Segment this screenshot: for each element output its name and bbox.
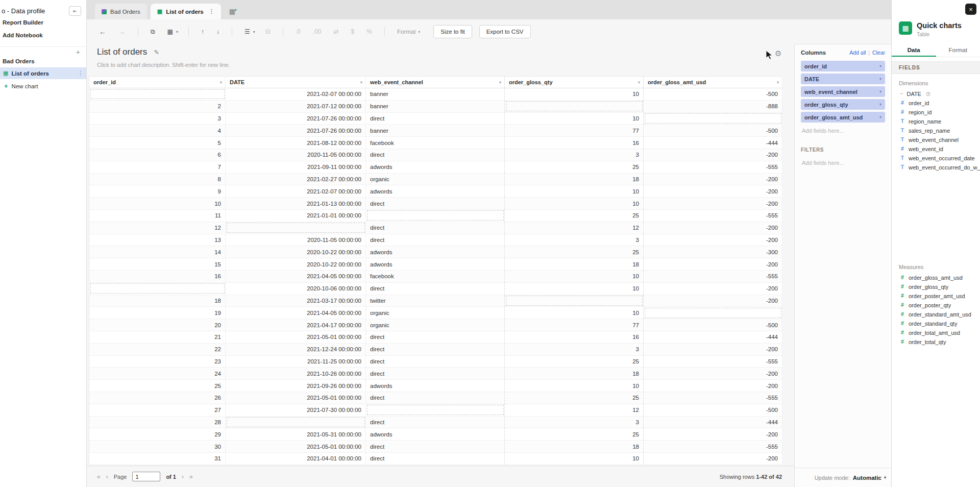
columns-drop-target[interactable]: Add fields here...	[801, 128, 885, 134]
table-cell[interactable]	[644, 112, 782, 125]
table-cell[interactable]: banner	[366, 88, 505, 101]
table-cell[interactable]: 10	[505, 307, 644, 319]
table-cell[interactable]: -555	[644, 161, 782, 173]
table-cell[interactable]: 2021-03-17 00:00:00	[226, 295, 366, 307]
table-cell[interactable]: 18	[505, 173, 644, 185]
chevron-down-icon[interactable]: ▾	[879, 115, 881, 119]
table-cell[interactable]: 3	[505, 343, 644, 355]
column-header[interactable]: DATE▾	[226, 77, 366, 88]
table-cell[interactable]: 2021-01-13 00:00:00	[226, 198, 366, 210]
column-pill[interactable]: DATE▾	[801, 74, 885, 84]
sidebar-item-new-chart[interactable]: + New chart	[0, 79, 86, 93]
table-cell[interactable]: 10	[505, 282, 644, 295]
tab-format[interactable]: Format	[936, 44, 980, 57]
update-mode-dropdown[interactable]: Automatic ▾	[853, 475, 886, 481]
chevron-down-icon[interactable]: ▾	[253, 30, 255, 34]
table-cell[interactable]: 7	[89, 161, 226, 173]
table-cell[interactable]: -200	[644, 428, 782, 441]
table-cell[interactable]: 2021-04-05 00:00:00	[226, 270, 366, 282]
table-cell[interactable]: 10	[505, 88, 644, 101]
kebab-menu-icon[interactable]: ⋮	[209, 8, 214, 15]
dimension-item[interactable]: #region_id	[892, 108, 980, 117]
gear-icon[interactable]: ⚙	[775, 50, 781, 57]
table-cell[interactable]: direct	[366, 368, 505, 380]
table-cell[interactable]	[89, 282, 226, 295]
table-cell[interactable]: -444	[644, 331, 782, 343]
table-cell[interactable]: 2021-04-17 00:00:00	[226, 319, 366, 331]
sort-caret-icon[interactable]: ▾	[638, 80, 640, 85]
table-cell[interactable]: adwords	[366, 428, 505, 441]
sidebar-item-list-of-orders[interactable]: ▦ List of orders ⋮	[0, 67, 86, 79]
table-cell[interactable]: 18	[89, 295, 226, 307]
filters-drop-target[interactable]: Add fields here...	[801, 160, 885, 166]
table-cell[interactable]: direct	[366, 452, 505, 465]
table-cell[interactable]: 30	[89, 441, 226, 453]
column-header[interactable]: order_gloss_amt_usd▾	[644, 77, 782, 88]
table-cell[interactable]: 2020-11-05 00:00:00	[226, 234, 366, 246]
table-cell[interactable]: 2020-10-22 00:00:00	[226, 246, 366, 258]
add-chart-icon[interactable]: +	[76, 48, 80, 56]
table-cell[interactable]: -888	[644, 100, 782, 112]
tab-data[interactable]: Data	[892, 44, 936, 57]
table-cell[interactable]: 5	[89, 137, 226, 149]
table-cell[interactable]: twitter	[366, 295, 505, 307]
dimension-item[interactable]: Tweb_event_channel	[892, 135, 980, 144]
dimension-item[interactable]: Tsales_rep_name	[892, 126, 980, 135]
table-cell[interactable]	[644, 307, 782, 319]
first-page-button[interactable]: «	[97, 474, 101, 480]
table-cell[interactable]: 16	[505, 331, 644, 343]
column-pill[interactable]: order_gloss_qty▾	[801, 99, 885, 110]
merge-button[interactable]: ⊟	[265, 29, 271, 35]
table-cell[interactable]: direct	[366, 112, 505, 125]
table-cell[interactable]: 10	[89, 198, 226, 210]
table-cell[interactable]: 31	[89, 452, 226, 465]
measure-item[interactable]: #order_poster_qty	[892, 301, 980, 310]
table-cell[interactable]: 25	[505, 392, 644, 404]
close-panel-button[interactable]: ×	[965, 4, 976, 15]
table-cell[interactable]: direct	[366, 416, 505, 428]
table-cell[interactable]: -555	[644, 355, 782, 368]
table-cell[interactable]: 2021-04-01 00:00:00	[226, 452, 366, 465]
measure-item[interactable]: #order_gloss_amt_usd	[892, 273, 980, 282]
alignment-button[interactable]: ☰	[244, 29, 250, 35]
table-cell[interactable]: facebook	[366, 137, 505, 149]
column-pill[interactable]: web_event_channel▾	[801, 86, 885, 97]
table-cell[interactable]: 12	[89, 222, 226, 234]
chevron-down-icon[interactable]: ▾	[879, 64, 881, 68]
table-cell[interactable]: -200	[644, 380, 782, 392]
table-cell[interactable]: 2021-01-01 00:00:00	[226, 209, 366, 222]
table-cell[interactable]: -555	[644, 209, 782, 222]
table-cell[interactable]: 10	[505, 380, 644, 392]
table-cell[interactable]: -200	[644, 282, 782, 295]
table-cell[interactable]: -444	[644, 137, 782, 149]
sidebar-item-report-builder[interactable]: Report Builder	[0, 16, 86, 29]
table-cell[interactable]: 14	[89, 246, 226, 258]
table-cell[interactable]: direct	[366, 234, 505, 246]
chart-description-placeholder[interactable]: Click to add chart description. Shift-en…	[97, 62, 230, 68]
table-cell[interactable]: -200	[644, 173, 782, 185]
table-cell[interactable]: direct	[366, 343, 505, 355]
undo-button[interactable]: ←	[99, 28, 106, 35]
chevron-down-icon[interactable]: ▾	[879, 89, 881, 94]
sidebar-item-bad-orders[interactable]: Bad Orders	[0, 57, 86, 67]
column-pill[interactable]: order_gloss_amt_usd▾	[801, 112, 885, 123]
table-cell[interactable]: 28	[89, 416, 226, 428]
table-cell[interactable]: 2021-07-12 00:00:00	[226, 100, 366, 112]
table-cell[interactable]: 18	[505, 258, 644, 271]
dimension-item[interactable]: #web_event_id	[892, 144, 980, 154]
table-cell[interactable]: direct	[366, 198, 505, 210]
table-cell[interactable]: 11	[89, 209, 226, 222]
table-cell[interactable]: 25	[505, 428, 644, 441]
table-cell[interactable]: 18	[505, 441, 644, 453]
table-cell[interactable]: 2021-07-26 00:00:00	[226, 112, 366, 125]
table-cell[interactable]: -555	[644, 270, 782, 282]
table-cell[interactable]: 2021-05-01 00:00:00	[226, 441, 366, 453]
measure-item[interactable]: #order_standard_amt_usd	[892, 310, 980, 319]
currency-format-button[interactable]: $	[351, 29, 355, 35]
measure-item[interactable]: #order_standard_qty	[892, 319, 980, 328]
redo-button[interactable]: →	[118, 28, 126, 35]
table-cell[interactable]: 2021-07-30 00:00:00	[226, 404, 366, 416]
table-cell[interactable]: direct	[366, 355, 505, 368]
table-cell[interactable]: 2021-11-25 00:00:00	[226, 355, 366, 368]
column-header[interactable]: order_gloss_qty▾	[505, 77, 644, 88]
